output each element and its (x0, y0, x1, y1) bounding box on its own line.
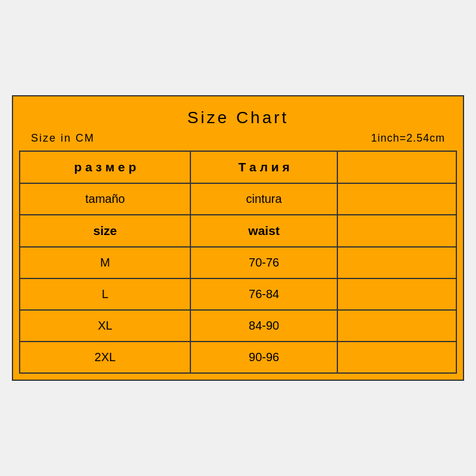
table-row: 2XL90-96 (20, 342, 456, 373)
subtitle-left: Size in CM (31, 132, 95, 145)
table-row: L76-84 (20, 278, 456, 310)
table-row: р а з м е рТ а л и я (20, 151, 456, 183)
cell-row1-col1: cintura (190, 183, 337, 215)
cell-row3-col2 (337, 247, 456, 278)
cell-row5-col2 (337, 310, 456, 342)
cell-row2-col1: waist (190, 215, 337, 247)
cell-row3-col0: M (20, 247, 190, 278)
cell-row1-col2 (337, 183, 456, 215)
cell-row3-col1: 70-76 (190, 247, 337, 278)
cell-row2-col0: size (20, 215, 190, 247)
table-row: XL84-90 (20, 310, 456, 342)
cell-row0-col2 (337, 151, 456, 183)
table-row: tamañocintura (20, 183, 456, 215)
cell-row1-col0: tamaño (20, 183, 190, 215)
cell-row0-col1: Т а л и я (190, 151, 337, 183)
cell-row4-col2 (337, 278, 456, 310)
subtitle-row: Size in CM 1inch=2.54cm (19, 132, 457, 145)
cell-row6-col0: 2XL (20, 342, 190, 373)
title-section: Size Chart Size in CM 1inch=2.54cm (19, 108, 457, 145)
cell-row5-col1: 84-90 (190, 310, 337, 342)
size-chart-container: Size Chart Size in CM 1inch=2.54cm р а з… (12, 95, 464, 381)
cell-row0-col0: р а з м е р (20, 151, 190, 183)
cell-row4-col0: L (20, 278, 190, 310)
chart-title: Size Chart (19, 108, 457, 127)
cell-row6-col2 (337, 342, 456, 373)
cell-row5-col0: XL (20, 310, 190, 342)
table-row: M70-76 (20, 247, 456, 278)
cell-row2-col2 (337, 215, 456, 247)
cell-row4-col1: 76-84 (190, 278, 337, 310)
table-row: sizewaist (20, 215, 456, 247)
subtitle-right: 1inch=2.54cm (371, 132, 445, 145)
cell-row6-col1: 90-96 (190, 342, 337, 373)
size-table: р а з м е рТ а л и яtamañocinturasizewai… (19, 151, 457, 374)
